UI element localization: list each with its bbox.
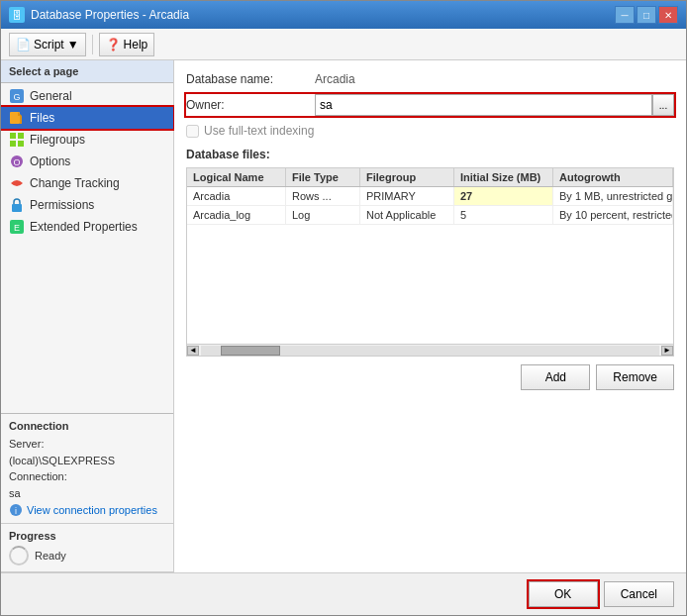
script-button[interactable]: 📄 Script ▼ bbox=[9, 33, 86, 56]
cell-autogrowth-2: By 10 percent, restricted growth t bbox=[553, 206, 673, 224]
sidebar-item-files[interactable]: Files bbox=[1, 107, 173, 129]
sidebar-items: G General Files Filegroups bbox=[1, 83, 173, 413]
owner-label: Owner: bbox=[186, 98, 315, 112]
svg-text:E: E bbox=[14, 223, 20, 233]
content-area: Select a page G General Files bbox=[1, 60, 686, 572]
fulltext-row: Use full-text indexing bbox=[186, 124, 674, 138]
remove-button[interactable]: Remove bbox=[596, 364, 674, 390]
sidebar-header: Select a page bbox=[1, 60, 173, 83]
cell-initsize-2: 5 bbox=[454, 206, 553, 224]
col-header-initsize: Initial Size (MB) bbox=[454, 168, 553, 186]
svg-text:O: O bbox=[13, 157, 20, 167]
sidebar: Select a page G General Files bbox=[1, 60, 174, 572]
scrollbar-thumb[interactable] bbox=[221, 346, 280, 356]
svg-rect-4 bbox=[10, 133, 16, 139]
cell-autogrowth-1: By 1 MB, unrestricted growth bbox=[553, 187, 673, 205]
toolbar: 📄 Script ▼ ❓ Help bbox=[1, 29, 686, 60]
title-bar: 🗄 Database Properties - Arcadia ─ □ ✕ bbox=[1, 1, 686, 29]
sidebar-item-general-label: General bbox=[30, 89, 72, 103]
owner-row: Owner: ... bbox=[186, 94, 674, 116]
view-connection-link[interactable]: i View connection properties bbox=[9, 503, 165, 517]
col-header-filetype: File Type bbox=[286, 168, 360, 186]
script-arrow: ▼ bbox=[67, 38, 79, 51]
sidebar-item-change-tracking[interactable]: Change Tracking bbox=[1, 172, 173, 194]
cell-filetype-1: Rows ... bbox=[286, 187, 360, 205]
connection-label: Connection: bbox=[9, 468, 165, 485]
owner-input[interactable] bbox=[315, 94, 652, 116]
svg-text:G: G bbox=[13, 92, 20, 102]
cancel-button[interactable]: Cancel bbox=[604, 581, 674, 607]
svg-rect-5 bbox=[18, 133, 24, 139]
db-name-label: Database name: bbox=[186, 72, 315, 86]
permissions-icon bbox=[9, 197, 25, 213]
title-buttons: ─ □ ✕ bbox=[615, 6, 678, 24]
help-icon: ❓ bbox=[106, 38, 121, 51]
table-row[interactable]: Arcadia Rows ... PRIMARY 27 By 1 MB, unr… bbox=[187, 187, 673, 206]
sidebar-item-change-tracking-label: Change Tracking bbox=[30, 176, 120, 190]
table-row[interactable]: Arcadia_log Log Not Applicable 5 By 10 p… bbox=[187, 206, 673, 225]
cell-filegroup-1: PRIMARY bbox=[360, 187, 454, 205]
table-empty-area bbox=[187, 225, 673, 344]
scrollbar-track[interactable] bbox=[201, 346, 659, 356]
sidebar-item-options-label: Options bbox=[30, 154, 70, 168]
connection-value: sa bbox=[9, 485, 165, 502]
col-header-autogrowth: Autogrowth bbox=[553, 168, 673, 186]
owner-browse-button[interactable]: ... bbox=[652, 94, 674, 116]
scroll-right-arrow[interactable]: ► bbox=[661, 346, 673, 356]
change-tracking-icon bbox=[9, 175, 25, 191]
sidebar-item-extended-properties[interactable]: E Extended Properties bbox=[1, 216, 173, 238]
connection-section: Connection Server: (local)\SQLEXPRESS Co… bbox=[1, 414, 173, 524]
server-label: Server: bbox=[9, 436, 165, 453]
sidebar-item-general[interactable]: G General bbox=[1, 85, 173, 107]
script-icon: 📄 bbox=[16, 38, 31, 51]
col-header-logical: Logical Name bbox=[187, 168, 286, 186]
db-files-label: Database files: bbox=[186, 148, 674, 161]
cell-filegroup-2: Not Applicable bbox=[360, 206, 454, 224]
svg-text:i: i bbox=[15, 506, 17, 516]
scroll-left-arrow[interactable]: ◄ bbox=[187, 346, 199, 356]
fulltext-checkbox bbox=[186, 125, 199, 138]
extended-properties-icon: E bbox=[9, 219, 25, 235]
bottom-buttons: OK Cancel bbox=[1, 572, 686, 615]
sidebar-item-permissions[interactable]: Permissions bbox=[1, 194, 173, 216]
sidebar-item-filegroups[interactable]: Filegroups bbox=[1, 129, 173, 151]
progress-section: Progress Ready bbox=[1, 524, 173, 572]
sidebar-item-files-label: Files bbox=[30, 111, 54, 125]
sidebar-bottom: Connection Server: (local)\SQLEXPRESS Co… bbox=[1, 413, 173, 572]
db-name-value: Arcadia bbox=[315, 72, 674, 86]
close-button[interactable]: ✕ bbox=[658, 6, 678, 24]
minimize-button[interactable]: ─ bbox=[615, 6, 635, 24]
cell-filetype-2: Log bbox=[286, 206, 360, 224]
filegroups-icon bbox=[9, 132, 25, 148]
script-label: Script bbox=[34, 38, 64, 51]
connection-title: Connection bbox=[9, 420, 165, 432]
progress-status: Ready bbox=[35, 550, 66, 562]
sidebar-item-options[interactable]: O Options bbox=[1, 151, 173, 172]
progress-title: Progress bbox=[9, 530, 165, 542]
cell-logical-1: Arcadia bbox=[187, 187, 286, 205]
options-icon: O bbox=[9, 154, 25, 169]
table-action-buttons: Add Remove bbox=[186, 364, 674, 390]
window-icon: 🗄 bbox=[9, 7, 25, 23]
help-label: Help bbox=[124, 38, 148, 51]
horizontal-scrollbar[interactable]: ◄ ► bbox=[187, 344, 673, 356]
general-icon: G bbox=[9, 88, 25, 104]
db-files-table: Logical Name File Type Filegroup Initial… bbox=[186, 167, 674, 357]
files-icon bbox=[9, 110, 25, 126]
ok-button[interactable]: OK bbox=[529, 581, 598, 607]
table-header: Logical Name File Type Filegroup Initial… bbox=[187, 168, 673, 187]
svg-rect-6 bbox=[10, 141, 16, 147]
toolbar-divider bbox=[92, 35, 93, 54]
view-connection-label: View connection properties bbox=[27, 504, 157, 516]
add-button[interactable]: Add bbox=[521, 364, 590, 390]
main-panel: Database name: Arcadia Owner: ... Use fu… bbox=[174, 60, 686, 572]
maximize-button[interactable]: □ bbox=[637, 6, 656, 24]
help-button[interactable]: ❓ Help bbox=[99, 33, 155, 56]
title-bar-left: 🗄 Database Properties - Arcadia bbox=[9, 7, 189, 23]
svg-rect-7 bbox=[18, 141, 24, 147]
db-name-row: Database name: Arcadia bbox=[186, 72, 674, 86]
window-title: Database Properties - Arcadia bbox=[31, 8, 189, 22]
col-header-filegroup: Filegroup bbox=[360, 168, 454, 186]
main-window: 🗄 Database Properties - Arcadia ─ □ ✕ 📄 … bbox=[0, 0, 687, 616]
fulltext-label: Use full-text indexing bbox=[204, 124, 314, 138]
